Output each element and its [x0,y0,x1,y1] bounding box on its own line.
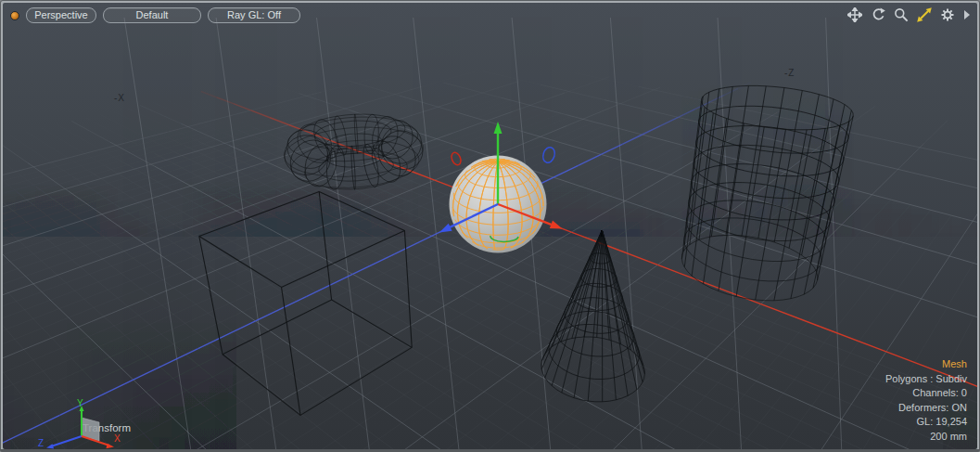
pan-icon[interactable] [847,7,862,22]
channels-info: Channels: 0 [885,386,967,401]
polygons-info: Polygons : Subdiv [885,372,967,387]
zoom-icon[interactable] [894,7,909,22]
item-info-overlay: Mesh Polygons : Subdiv Channels: 0 Defor… [885,357,967,444]
viewport-toolbar: Perspective Default Ray GL: Off [10,7,300,23]
3d-viewport[interactable]: Perspective Default Ray GL: Off [3,3,977,449]
viewport-controls [847,7,971,22]
rotate-icon[interactable] [871,7,885,22]
scene-canvas[interactable] [3,3,977,449]
settings-icon[interactable] [940,7,955,22]
deformers-info: Deformers: ON [885,401,967,416]
widget-y-label: Y [77,398,83,408]
neg-x-axis-label: -X [114,93,125,103]
neg-z-axis-label: -Z [784,68,795,78]
widget-x-label: X [114,433,121,444]
gl-count-info: GL: 19,254 [885,415,967,430]
viewport-indicator-dot[interactable] [10,11,19,20]
grid-size-info: 200 mm [885,430,967,445]
flyout-icon[interactable] [963,7,971,22]
axis-orientation-widget: Y Z X [3,394,142,449]
maximize-icon[interactable] [917,7,932,22]
raygl-button[interactable]: Ray GL: Off [208,7,300,23]
widget-z-label: Z [38,438,44,448]
view-type-button[interactable]: Perspective [26,7,96,23]
shading-style-button[interactable]: Default [103,7,201,23]
viewport-window: Perspective Default Ray GL: Off [0,0,980,452]
mesh-name: Mesh [885,357,967,372]
